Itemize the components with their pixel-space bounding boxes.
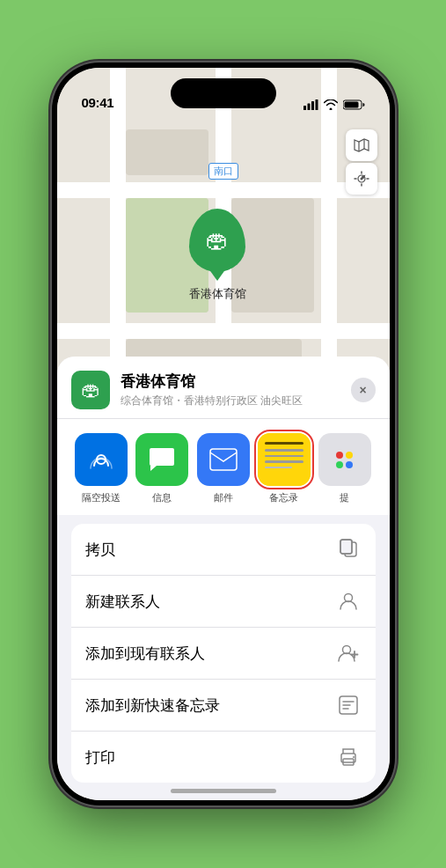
svg-point-18: [353, 756, 355, 758]
share-item-notes[interactable]: 备忘录: [253, 433, 314, 504]
action-add-to-contact[interactable]: 添加到现有联系人: [71, 628, 376, 680]
action-list: 拷贝 新建联系人: [71, 524, 376, 783]
map-controls: [346, 129, 377, 195]
svg-point-14: [342, 646, 350, 654]
sheet-header: 🏟 香港体育馆 综合体育馆・香港特别行政区 油尖旺区 ×: [57, 357, 390, 419]
svg-rect-9: [210, 449, 237, 470]
bottom-sheet: 🏟 香港体育馆 综合体育馆・香港特别行政区 油尖旺区 ×: [57, 357, 390, 800]
messages-icon: [135, 433, 188, 486]
action-copy[interactable]: 拷贝: [71, 524, 376, 576]
mail-symbol: [209, 448, 238, 471]
mail-label: 邮件: [214, 491, 233, 504]
action-copy-label: 拷贝: [85, 540, 115, 560]
location-button[interactable]: [346, 163, 377, 195]
home-indicator: [171, 789, 276, 793]
more-label: 提: [340, 491, 349, 504]
action-add-to-contact-label: 添加到现有联系人: [85, 644, 205, 664]
share-item-airdrop[interactable]: 隔空投送: [71, 433, 132, 504]
quick-note-symbol: [339, 695, 358, 715]
share-row: 隔空投送 信息: [57, 419, 390, 515]
messages-symbol: [148, 446, 176, 473]
more-icon: [318, 433, 371, 486]
signal-icon: [303, 99, 318, 110]
venue-name: 香港体育馆: [121, 371, 340, 392]
person-symbol: [338, 591, 359, 612]
pin-icon-bg: 🏟: [189, 209, 245, 272]
svg-rect-2: [311, 101, 314, 110]
svg-rect-0: [303, 106, 306, 110]
action-new-contact-label: 新建联系人: [85, 592, 160, 612]
venue-icon: 🏟: [71, 371, 110, 409]
copy-icon: [335, 536, 362, 563]
airdrop-icon: [75, 433, 128, 486]
map-type-button[interactable]: [346, 129, 377, 161]
airdrop-label: 隔空投送: [82, 491, 121, 504]
status-bar: 09:41: [57, 68, 390, 115]
svg-rect-3: [315, 99, 318, 110]
action-print-label: 打印: [85, 747, 115, 768]
action-print[interactable]: 打印: [71, 732, 376, 783]
share-item-mail[interactable]: 邮件: [193, 433, 253, 504]
close-button[interactable]: ×: [351, 378, 376, 402]
phone-screen: 09:41: [57, 68, 390, 800]
share-item-more[interactable]: 提: [314, 433, 375, 504]
wifi-icon: [324, 99, 338, 110]
venue-description: 综合体育馆・香港特别行政区 油尖旺区: [121, 394, 340, 408]
mail-icon: [197, 433, 250, 486]
status-time: 09:41: [82, 95, 114, 110]
venue-info: 香港体育馆 综合体育馆・香港特别行政区 油尖旺区: [121, 371, 340, 408]
new-contact-icon: [335, 588, 362, 614]
map-block: [126, 129, 208, 175]
action-add-to-notes-label: 添加到新快速备忘录: [85, 695, 220, 716]
svg-point-13: [344, 594, 352, 602]
add-to-contact-icon: [335, 640, 362, 666]
location-pin: 🏟 香港体育馆: [189, 209, 246, 302]
quick-notes-icon: [335, 692, 362, 718]
person-add-symbol: [337, 643, 360, 664]
copy-symbol: [339, 539, 358, 560]
share-item-messages[interactable]: 信息: [132, 433, 193, 504]
notes-icon: [258, 433, 311, 486]
print-icon: [335, 744, 362, 770]
map-label-nankou: 南口: [208, 163, 238, 180]
svg-rect-1: [307, 104, 310, 111]
messages-label: 信息: [152, 491, 172, 504]
action-add-to-notes[interactable]: 添加到新快速备忘录: [71, 680, 376, 732]
stadium-icon: 🏟: [206, 227, 229, 254]
notes-label: 备忘录: [269, 491, 298, 504]
airdrop-symbol: [88, 446, 114, 473]
pin-label: 香港体育馆: [189, 286, 246, 302]
svg-rect-5: [344, 102, 358, 108]
svg-rect-11: [340, 540, 352, 554]
status-icons: [303, 99, 365, 110]
action-new-contact[interactable]: 新建联系人: [71, 576, 376, 628]
battery-icon: [343, 99, 365, 110]
map-icon: [354, 137, 369, 153]
compass-icon: [354, 171, 369, 187]
phone-frame: 09:41: [52, 63, 395, 805]
printer-symbol: [338, 747, 359, 767]
